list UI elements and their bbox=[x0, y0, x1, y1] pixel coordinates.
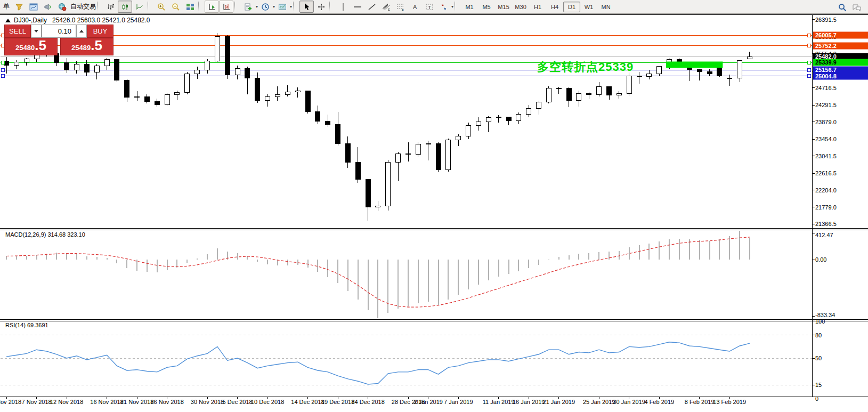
volume-input[interactable]: 0.10 bbox=[42, 25, 76, 38]
candle-body bbox=[496, 117, 501, 118]
price-tag: 25339.9 bbox=[813, 59, 868, 66]
date-axis-label: 21 Jan 2019 bbox=[543, 399, 575, 405]
sell-price-box[interactable]: 25480.5 bbox=[4, 38, 58, 55]
chevron-up-icon bbox=[79, 30, 84, 33]
price-tag: 26005.7 bbox=[813, 32, 868, 39]
macd-axis-label: -833.34 bbox=[815, 312, 835, 318]
candle-body bbox=[697, 69, 702, 72]
date-axis-label: 14 Dec 2018 bbox=[291, 399, 324, 405]
candle-body bbox=[556, 88, 561, 88]
candle-body bbox=[245, 69, 250, 78]
candle-body bbox=[627, 76, 631, 93]
date-axis-label: 7 Nov 2018 bbox=[21, 399, 51, 405]
candle-body bbox=[717, 68, 722, 76]
candle-body bbox=[707, 72, 712, 74]
candle-body bbox=[84, 64, 89, 72]
candle-body bbox=[587, 93, 591, 94]
candle-body bbox=[747, 56, 752, 59]
candle-body bbox=[345, 143, 350, 163]
line-handles bbox=[1, 34, 810, 77]
candle-body bbox=[185, 74, 190, 92]
candle-body bbox=[616, 93, 621, 95]
price-axis-label: 23454.0 bbox=[815, 136, 837, 142]
price-axis-label: 24291.5 bbox=[815, 102, 837, 108]
candle-body bbox=[436, 143, 441, 170]
candle-body bbox=[285, 92, 290, 95]
buy-price-pips: .5 bbox=[91, 38, 102, 52]
candle-body bbox=[355, 163, 360, 179]
chart-canvas[interactable] bbox=[0, 0, 868, 412]
candle-body bbox=[546, 88, 551, 102]
price-axis-label: 21779.0 bbox=[815, 204, 837, 211]
sell-price-main: 25480 bbox=[15, 39, 35, 52]
rsi-axis-label: 80 bbox=[815, 332, 822, 338]
rsi-line bbox=[6, 342, 750, 384]
volume-increase-button[interactable] bbox=[76, 25, 87, 38]
line-handle bbox=[1, 75, 4, 78]
candle-body bbox=[446, 140, 451, 170]
candle-body bbox=[115, 60, 119, 80]
date-axis-label: 4 Feb 2019 bbox=[644, 399, 674, 405]
candle-body bbox=[396, 154, 401, 162]
candle-body bbox=[597, 87, 602, 95]
candle-body bbox=[376, 206, 380, 207]
candle-body bbox=[195, 70, 200, 74]
macd-axis-label: 412.47 bbox=[815, 232, 833, 238]
rsi-axis-label: 50 bbox=[815, 355, 822, 361]
date-axis-label: 12 Nov 2018 bbox=[50, 399, 83, 405]
line-handle bbox=[807, 68, 810, 71]
candle-body bbox=[456, 136, 461, 140]
candle-body bbox=[24, 59, 29, 62]
volume-decrease-button[interactable] bbox=[31, 25, 42, 38]
candle-body bbox=[406, 154, 411, 155]
price-axis-label: 22204.0 bbox=[815, 187, 837, 193]
axis-ticks bbox=[6, 20, 815, 399]
rsi-axis-label: 15 bbox=[815, 382, 822, 388]
candle-body bbox=[265, 96, 270, 101]
candle-body bbox=[94, 66, 99, 72]
macd-axis-label: 0.00 bbox=[815, 256, 826, 263]
candle-body bbox=[125, 80, 129, 98]
rsi-axis-label: 100 bbox=[815, 318, 825, 325]
buy-price-box[interactable]: 25489.5 bbox=[60, 38, 113, 55]
candle-body bbox=[637, 76, 642, 76]
sell-button[interactable]: SELL bbox=[4, 25, 31, 38]
candle-body bbox=[336, 124, 340, 143]
rsi-label: RSI(14) 69.3691 bbox=[5, 322, 48, 328]
one-click-trade-panel: SELL 0.10 BUY 25480.5 25489.5 bbox=[4, 25, 113, 55]
date-axis-label: 2 Nov 2018 bbox=[0, 399, 21, 405]
buy-button[interactable]: BUY bbox=[87, 25, 113, 38]
price-axis-label: 26391.5 bbox=[815, 17, 837, 23]
date-axis-label: 30 Jan 2019 bbox=[613, 399, 645, 405]
highlight-rectangle bbox=[666, 62, 723, 68]
date-axis-label: 2 Jan 2019 bbox=[413, 399, 442, 405]
candle-body bbox=[74, 64, 79, 70]
candle-body bbox=[275, 94, 280, 96]
candle-body bbox=[566, 88, 571, 101]
date-axis-label: 5 Dec 2018 bbox=[222, 399, 252, 405]
candle-body bbox=[305, 91, 310, 112]
date-axis-label: 16 Jan 2019 bbox=[513, 399, 545, 405]
line-handle bbox=[807, 44, 810, 47]
price-tag: 25752.2 bbox=[813, 42, 868, 49]
price-tag: 25004.8 bbox=[813, 72, 868, 79]
candle-body bbox=[607, 87, 612, 95]
candle-body bbox=[144, 96, 149, 101]
candle-body bbox=[315, 111, 320, 121]
candle-body bbox=[64, 62, 69, 70]
candle-body bbox=[326, 121, 330, 124]
candle-body bbox=[647, 74, 652, 76]
chart-title-row: DJ30-,Daily 25426.0 25603.0 25421.0 2548… bbox=[5, 17, 150, 24]
pivot-annotation[interactable]: 多空转折点25339 bbox=[537, 59, 634, 75]
date-axis-label: 21 Nov 2018 bbox=[120, 399, 153, 405]
macd-label: MACD(12,26,9) 314.68 323.10 bbox=[5, 231, 85, 238]
candle-body bbox=[366, 179, 370, 207]
candle-body bbox=[476, 122, 481, 126]
candle-body bbox=[135, 96, 140, 98]
candle-body bbox=[175, 93, 180, 95]
rsi-levels bbox=[1, 335, 812, 385]
candle-body bbox=[577, 93, 581, 101]
candle-body bbox=[516, 114, 521, 120]
collapse-chart-icon[interactable] bbox=[5, 19, 11, 22]
candle-body bbox=[386, 162, 391, 206]
